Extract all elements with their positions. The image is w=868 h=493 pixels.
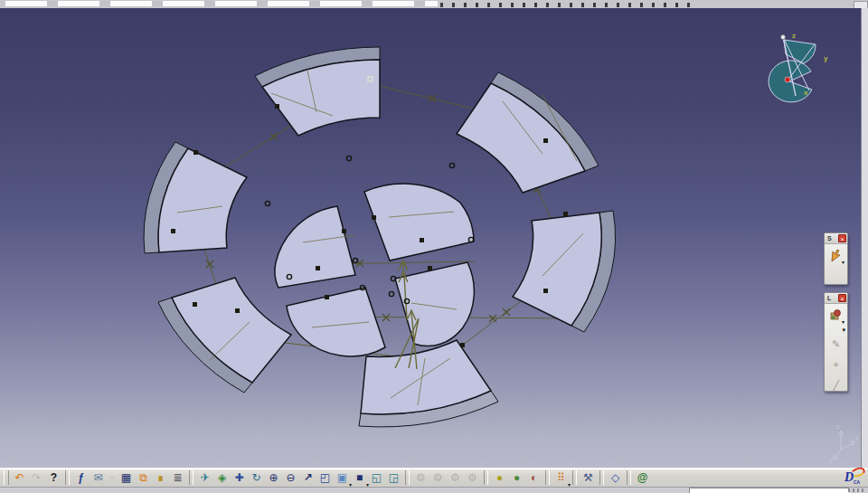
compass-x-label: x bbox=[804, 89, 808, 97]
select-toolbar[interactable]: S × ▾ bbox=[824, 232, 848, 285]
gear-3-icon[interactable]: ⚙ bbox=[447, 469, 464, 486]
compass-y-label: y bbox=[824, 54, 828, 62]
catia-window: z y x z y x S × bbox=[0, 0, 868, 493]
resize-grip[interactable] bbox=[848, 488, 864, 492]
redo-icon[interactable]: ↷ bbox=[28, 469, 45, 486]
toolbar-separator bbox=[189, 470, 193, 485]
compass[interactable]: z y x bbox=[769, 32, 828, 102]
hide-show-icon[interactable]: ◱ bbox=[368, 469, 385, 486]
compass-handle-dot bbox=[781, 35, 786, 40]
fly-mode-icon[interactable]: ✈ bbox=[196, 469, 213, 486]
chevron-down-icon[interactable]: ▾ bbox=[842, 319, 844, 325]
compass-z-label: z bbox=[792, 32, 796, 40]
fit-all-in-icon[interactable]: ◈ bbox=[213, 469, 231, 486]
select-toolbar-title: S bbox=[827, 234, 832, 242]
triad-y-label: y bbox=[855, 434, 859, 441]
machining-icon[interactable]: ⚒ bbox=[580, 469, 597, 486]
close-icon[interactable]: × bbox=[838, 234, 846, 242]
pan-icon[interactable]: ✚ bbox=[231, 469, 248, 486]
catalog-icon[interactable]: ◇ bbox=[607, 469, 624, 486]
sector-top-right bbox=[364, 184, 474, 261]
toolbar-separator bbox=[545, 470, 550, 485]
line-tool-icon[interactable]: ╱ bbox=[827, 377, 844, 394]
lock-icon[interactable]: ∎ bbox=[152, 469, 169, 486]
menu-buttons[interactable] bbox=[5, 1, 438, 6]
select-arrow-icon[interactable]: ▾ bbox=[827, 247, 844, 264]
disc-sectors[interactable] bbox=[275, 184, 474, 356]
apply-material-icon[interactable]: ▾ bbox=[827, 307, 844, 324]
rotate-icon[interactable]: ↻ bbox=[248, 469, 265, 486]
calculator-icon[interactable]: ▦ bbox=[118, 469, 135, 486]
axis-triad bbox=[834, 431, 854, 460]
toolbar-separator bbox=[599, 470, 604, 485]
whats-this-icon[interactable]: ? bbox=[45, 469, 62, 486]
dot-icon[interactable]: • bbox=[107, 469, 118, 486]
window-right-strip bbox=[861, 8, 868, 468]
triad-x-label: x bbox=[829, 458, 833, 464]
grid-icon[interactable]: ⠿▾ bbox=[552, 469, 570, 486]
normal-view-icon[interactable]: ↗ bbox=[299, 469, 316, 486]
bottom-toolbar: ↶↷?ƒ✉•▦⧉∎≣✈◈✚↻⊕⊖↗◰▣▾■▾◱◲⚙⚙⚙⚙●●◐⠿▾⚒◇@ D C… bbox=[0, 468, 868, 487]
ring-segments[interactable] bbox=[158, 60, 601, 414]
toolbar-separator bbox=[405, 470, 410, 485]
toolbar-grip[interactable] bbox=[4, 470, 9, 485]
compass-origin-dot bbox=[785, 77, 790, 82]
comment-icon[interactable]: ✉ bbox=[90, 469, 107, 486]
render-style-icon[interactable]: ■▾ bbox=[351, 469, 368, 486]
toolbar-separator bbox=[627, 470, 631, 485]
fx-knowledge-icon[interactable]: ƒ bbox=[72, 469, 90, 486]
logo-letter: D bbox=[844, 470, 854, 485]
tools-toolbar[interactable]: L × ▾ ▾ ✎ ⌖ ╱ bbox=[824, 292, 848, 392]
tools-toolbar-header[interactable]: L × bbox=[825, 293, 847, 304]
3d-viewport[interactable]: z y x z y x bbox=[0, 8, 861, 468]
sector-bottom-left bbox=[287, 288, 385, 356]
gear-4-icon[interactable]: ⚙ bbox=[464, 469, 481, 486]
undo-icon[interactable]: ↶ bbox=[11, 469, 28, 486]
measure-between-icon[interactable]: ● bbox=[491, 469, 508, 486]
chevron-down-icon[interactable]: ▾ bbox=[842, 260, 844, 265]
toolbar-icon-bottoms[interactable] bbox=[440, 3, 698, 7]
measure-item-icon[interactable]: ● bbox=[508, 469, 525, 486]
target-tool-icon[interactable]: ⌖ bbox=[827, 356, 844, 374]
multi-view-icon[interactable]: ◰ bbox=[316, 469, 334, 486]
triad-z-label: z bbox=[836, 423, 840, 430]
gear-2-icon[interactable]: ⚙ bbox=[429, 469, 447, 486]
power-input-field[interactable] bbox=[689, 488, 850, 493]
www-icon[interactable]: @ bbox=[634, 469, 651, 486]
toolbar-separator bbox=[572, 470, 577, 485]
model-canvas[interactable]: z y x z y x bbox=[0, 8, 861, 468]
tools-toolbar-title: L bbox=[827, 294, 831, 302]
bottom-toolbar-icons: ↶↷?ƒ✉•▦⧉∎≣✈◈✚↻⊕⊖↗◰▣▾■▾◱◲⚙⚙⚙⚙●●◐⠿▾⚒◇@ bbox=[11, 469, 651, 486]
toolbar-separator bbox=[484, 470, 488, 485]
zoom-in-icon[interactable]: ⊕ bbox=[265, 469, 282, 486]
structure-icon[interactable]: ≣ bbox=[169, 469, 186, 486]
measure-inertia-icon[interactable]: ◐ bbox=[525, 469, 542, 486]
chevron-down-icon[interactable]: ▾ bbox=[842, 327, 845, 332]
toolbar-separator bbox=[65, 470, 70, 485]
logo-subtext: CA bbox=[854, 479, 860, 485]
select-toolbar-header[interactable]: S × bbox=[825, 233, 847, 244]
swap-space-icon[interactable]: ◲ bbox=[385, 469, 402, 486]
close-icon[interactable]: × bbox=[838, 294, 846, 302]
catia-logo: D CA bbox=[841, 469, 864, 487]
gear-1-icon[interactable]: ⚙ bbox=[412, 469, 429, 486]
design-table-icon[interactable]: ⧉ bbox=[135, 469, 152, 486]
iso-view-icon[interactable]: ▣▾ bbox=[334, 469, 351, 486]
zoom-out-icon[interactable]: ⊖ bbox=[282, 469, 299, 486]
sketch-tool-icon[interactable]: ✎ bbox=[827, 336, 844, 353]
